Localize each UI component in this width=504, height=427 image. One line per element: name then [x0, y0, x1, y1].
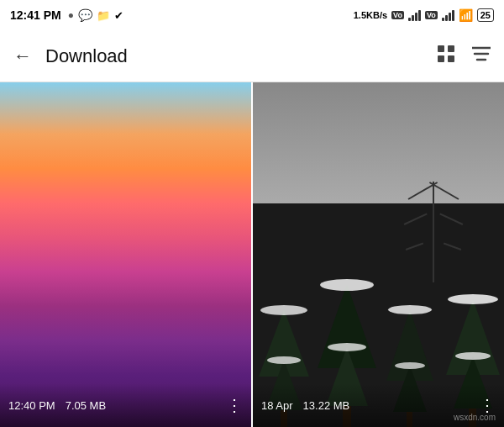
folder-icon: 📁	[97, 9, 110, 22]
volte-badge-2: Vo	[425, 11, 438, 19]
whatsapp-icon: 💬	[78, 8, 92, 22]
thumbnail-size-1: 7.05 MB	[66, 399, 226, 412]
page-title: Download	[45, 45, 437, 67]
tree-5-bg	[408, 182, 459, 282]
check-icon: ✔	[114, 9, 123, 22]
thumbnail-time-2: 18 Apr	[261, 399, 293, 412]
svg-rect-0	[438, 45, 444, 52]
sunset-image	[0, 82, 251, 427]
svg-rect-3	[448, 55, 454, 62]
watermark: wsxdn.com	[454, 413, 496, 422]
thumbnail-time-1: 12:40 PM	[8, 399, 55, 412]
thumbnail-menu-1[interactable]: ⋮	[226, 395, 243, 415]
status-bar: 12:41 PM ● 💬 📁 ✔ 1.5KB/s Vo Vo	[0, 0, 504, 30]
wifi-icon: 📶	[459, 8, 473, 22]
grid-view-icon[interactable]	[437, 45, 455, 67]
svg-rect-2	[438, 55, 444, 62]
snow-image	[253, 82, 504, 427]
volte-badge-1: Vo	[391, 11, 404, 19]
back-button[interactable]: ←	[13, 45, 32, 67]
status-time: 12:41 PM	[10, 8, 61, 22]
thumbnail-size-2: 13.22 MB	[303, 399, 479, 412]
signal-bars-2	[442, 9, 454, 21]
status-left: 12:41 PM ● 💬 📁 ✔	[10, 8, 123, 22]
thumbnail-overlay-1: 12:40 PM 7.05 MB ⋮	[0, 383, 251, 427]
filter-icon[interactable]	[472, 46, 491, 66]
thumbnail-card-snow[interactable]: 18 Apr 13.22 MB ⋮ wsxdn.com	[253, 82, 504, 427]
speed-indicator: 1.5KB/s	[354, 10, 387, 20]
content-area: 12:40 PM 7.05 MB ⋮	[0, 82, 504, 427]
app-bar-actions	[437, 45, 491, 67]
signal-bars-1	[408, 9, 421, 21]
app-bar: ← Download	[0, 30, 504, 82]
thumbnail-card-sunset[interactable]: 12:40 PM 7.05 MB ⋮	[0, 82, 253, 427]
notification-icon: ●	[68, 9, 74, 21]
status-icons: ● 💬 📁 ✔	[68, 8, 123, 22]
svg-rect-1	[448, 45, 454, 52]
battery-indicator: 25	[477, 8, 494, 22]
status-right: 1.5KB/s Vo Vo 📶 25	[354, 8, 494, 22]
